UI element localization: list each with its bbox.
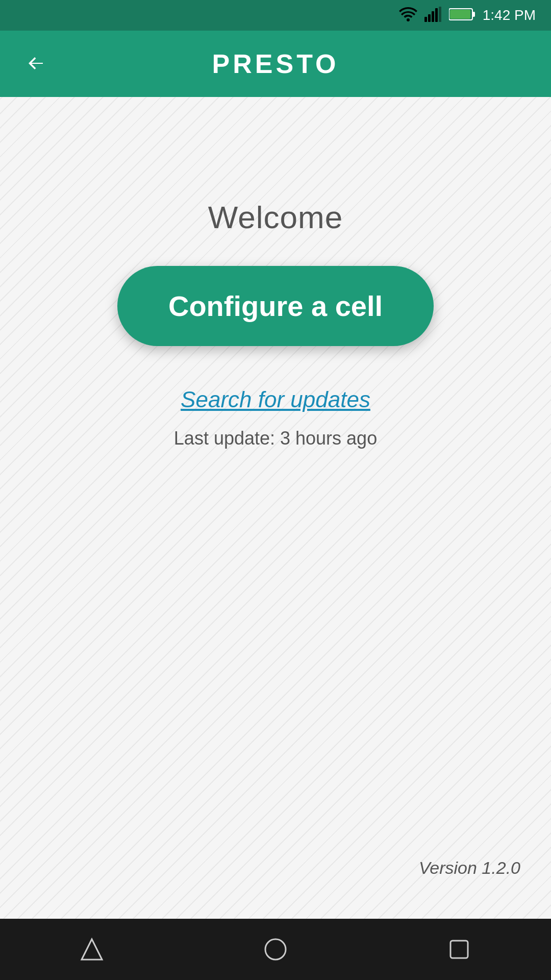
svg-rect-2 [432, 11, 434, 22]
content-inner: Welcome Configure a cell Search for upda… [0, 199, 551, 449]
svg-rect-3 [435, 8, 438, 22]
wifi-icon [399, 7, 417, 23]
status-icons: 1:42 PM [399, 7, 536, 24]
svg-rect-10 [450, 941, 468, 958]
back-button[interactable] [20, 48, 51, 79]
svg-rect-1 [428, 14, 431, 22]
nav-home-button[interactable] [250, 929, 301, 970]
nav-recents-button[interactable] [434, 929, 485, 970]
status-bar: 1:42 PM [0, 0, 551, 31]
app-header: PRESTO [0, 31, 551, 97]
bottom-nav-bar [0, 919, 551, 980]
search-updates-link[interactable]: Search for updates [181, 387, 370, 412]
nav-back-button[interactable] [66, 929, 117, 970]
signal-icon [424, 7, 442, 24]
svg-rect-0 [424, 17, 427, 22]
svg-rect-4 [439, 7, 441, 22]
svg-rect-7 [450, 10, 470, 19]
last-update-text: Last update: 3 hours ago [174, 428, 377, 449]
svg-point-9 [265, 939, 286, 960]
welcome-heading: Welcome [208, 199, 343, 235]
main-content: Welcome Configure a cell Search for upda… [0, 97, 551, 919]
version-text: Version 1.2.0 [419, 858, 520, 877]
app-title: PRESTO [212, 48, 339, 79]
version-container: Version 1.2.0 [419, 858, 520, 878]
svg-marker-8 [82, 939, 102, 960]
status-time: 1:42 PM [483, 7, 536, 23]
battery-icon [449, 7, 475, 23]
configure-cell-button[interactable]: Configure a cell [117, 266, 434, 346]
svg-rect-6 [472, 12, 475, 17]
